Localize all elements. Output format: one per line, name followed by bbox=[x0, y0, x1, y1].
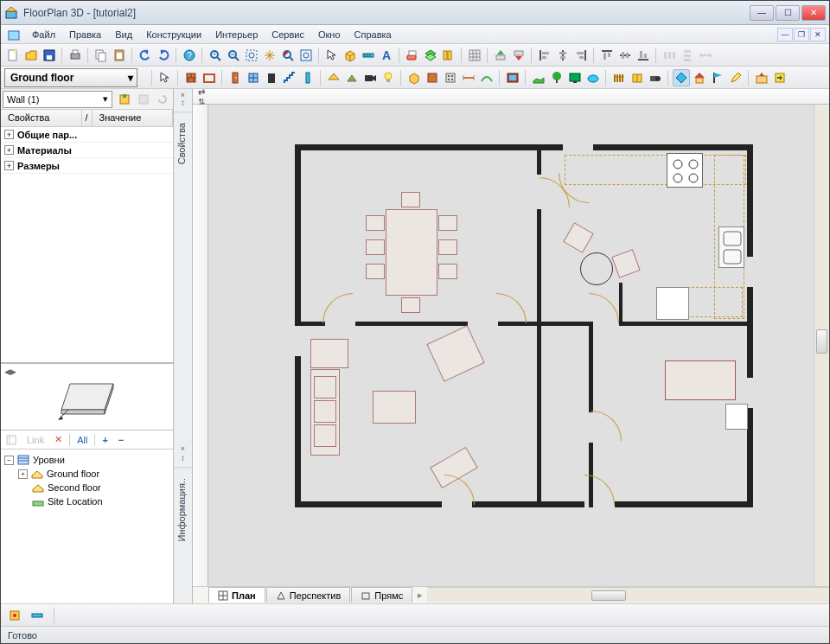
library-button[interactable] bbox=[440, 47, 457, 64]
edit-tool-button[interactable] bbox=[727, 69, 744, 86]
view-tab-plan[interactable]: План bbox=[208, 587, 265, 603]
close-button[interactable]: ✕ bbox=[801, 5, 826, 21]
expand-icon[interactable]: + bbox=[18, 469, 28, 479]
vtab-close-icon[interactable]: × bbox=[174, 89, 192, 98]
drawing-canvas[interactable] bbox=[208, 105, 814, 586]
ruler-horizontal[interactable]: ⇄⇅ bbox=[193, 89, 829, 105]
gate-button[interactable] bbox=[629, 69, 646, 86]
appliance-button[interactable] bbox=[442, 69, 459, 86]
open-file-button[interactable] bbox=[22, 47, 40, 64]
roof-tool-button[interactable] bbox=[325, 69, 342, 86]
vtab-pin-icon[interactable]: ↕ bbox=[174, 98, 192, 112]
copy-button[interactable] bbox=[93, 47, 110, 64]
distribute-space-button[interactable] bbox=[697, 47, 714, 64]
vtab-pin-icon-2[interactable]: ↕ bbox=[174, 453, 192, 467]
tree-root[interactable]: − Уровни bbox=[4, 453, 169, 467]
expand-icon[interactable]: + bbox=[4, 161, 14, 170]
new-file-button[interactable] bbox=[4, 47, 22, 64]
align-top-button[interactable] bbox=[598, 47, 616, 64]
tree-item-second[interactable]: Second floor bbox=[4, 481, 169, 494]
render-button[interactable] bbox=[673, 69, 690, 86]
menu-file[interactable]: Файл bbox=[25, 27, 62, 42]
view-tab-direct[interactable]: Прямс bbox=[351, 587, 412, 603]
scrollbar-horizontal[interactable] bbox=[427, 587, 829, 603]
room-tool-button[interactable] bbox=[201, 69, 218, 86]
zoom-extents-button[interactable] bbox=[279, 47, 297, 64]
fence-button[interactable] bbox=[610, 69, 628, 86]
opening-tool-button[interactable] bbox=[263, 69, 280, 86]
camera-tool-button[interactable] bbox=[361, 69, 379, 86]
doc-close-button[interactable]: ✕ bbox=[810, 28, 826, 41]
export-button[interactable] bbox=[771, 69, 788, 86]
help-button[interactable]: ? bbox=[181, 47, 198, 64]
props-col-value[interactable]: Значение bbox=[93, 110, 174, 126]
distribute-v-button[interactable] bbox=[679, 47, 696, 64]
props-row-general[interactable]: +Общие пар... bbox=[1, 127, 173, 143]
tv-button[interactable] bbox=[566, 69, 584, 86]
zoom-fit-button[interactable] bbox=[297, 47, 315, 64]
terrain-button[interactable] bbox=[530, 69, 547, 86]
house-button[interactable] bbox=[691, 69, 708, 86]
window-tool-button[interactable] bbox=[245, 69, 262, 86]
scrollbar-thumb[interactable] bbox=[816, 329, 827, 354]
doc-minimize-button[interactable]: — bbox=[777, 28, 793, 41]
zoom-out-button[interactable] bbox=[225, 47, 242, 64]
layers-button[interactable] bbox=[422, 47, 439, 64]
expand-icon[interactable]: + bbox=[4, 130, 14, 139]
level-up-button[interactable] bbox=[492, 47, 509, 64]
scrollbar-vertical[interactable] bbox=[814, 105, 829, 586]
picture-button[interactable] bbox=[504, 69, 521, 86]
menu-window[interactable]: Окно bbox=[311, 27, 348, 42]
levels-delete-icon[interactable]: ✕ bbox=[51, 432, 66, 447]
wall-copy-button[interactable] bbox=[135, 91, 152, 108]
doc-restore-button[interactable]: ❐ bbox=[794, 28, 809, 41]
zoom-window-button[interactable] bbox=[243, 47, 260, 64]
props-row-sizes[interactable]: +Размеры bbox=[1, 158, 173, 174]
snap-button[interactable] bbox=[6, 607, 23, 624]
minimize-button[interactable]: — bbox=[750, 5, 774, 21]
print-button[interactable] bbox=[67, 47, 84, 64]
expand-icon[interactable]: + bbox=[4, 145, 14, 155]
save-button[interactable] bbox=[41, 47, 58, 64]
levels-link-label[interactable]: Link bbox=[23, 433, 48, 447]
paste-button[interactable] bbox=[111, 47, 128, 64]
maximize-button[interactable]: ☐ bbox=[776, 5, 800, 21]
align-middle-button[interactable] bbox=[616, 47, 634, 64]
view-tab-perspective[interactable]: Перспектив bbox=[266, 587, 351, 603]
align-bottom-button[interactable] bbox=[635, 47, 652, 64]
wall-reset-button[interactable] bbox=[154, 91, 171, 108]
vtab-close-icon-2[interactable]: × bbox=[174, 444, 192, 453]
menu-service[interactable]: Сервис bbox=[265, 27, 311, 42]
measure-tool-button[interactable] bbox=[360, 47, 377, 64]
pool-button[interactable] bbox=[584, 69, 602, 86]
vtab-info[interactable]: Информация.. bbox=[174, 467, 192, 552]
dimension-button[interactable] bbox=[460, 69, 477, 86]
undo-button[interactable] bbox=[137, 47, 154, 64]
path-button[interactable] bbox=[478, 69, 495, 86]
distribute-h-button[interactable] bbox=[661, 47, 678, 64]
levels-all-button[interactable]: All bbox=[73, 433, 91, 447]
tree-item-site[interactable]: Site Location bbox=[4, 494, 169, 508]
level-down-button[interactable] bbox=[510, 47, 527, 64]
furniture-button[interactable] bbox=[405, 69, 423, 86]
props-row-materials[interactable]: +Материалы bbox=[1, 143, 173, 158]
pointer-button[interactable] bbox=[156, 69, 174, 86]
preview-nav-icon[interactable]: ◀▶ bbox=[4, 367, 16, 376]
scrollbar-thumb-h[interactable] bbox=[591, 590, 626, 601]
column-tool-button[interactable] bbox=[299, 69, 316, 86]
collapse-icon[interactable]: − bbox=[4, 456, 14, 465]
menu-view[interactable]: Вид bbox=[108, 27, 139, 42]
stairs-tool-button[interactable] bbox=[281, 69, 298, 86]
ruler-vertical[interactable] bbox=[193, 105, 208, 586]
delete-button[interactable] bbox=[404, 47, 421, 64]
menu-interior[interactable]: Интерьер bbox=[208, 27, 265, 42]
wizard-button[interactable] bbox=[753, 69, 770, 86]
pan-button[interactable] bbox=[261, 47, 278, 64]
camera2-button[interactable] bbox=[647, 69, 664, 86]
props-col-name[interactable]: Свойства bbox=[1, 110, 82, 126]
wall-select[interactable]: Wall (1) bbox=[3, 91, 112, 108]
grid-button[interactable] bbox=[466, 47, 483, 64]
align-right-button[interactable] bbox=[572, 47, 590, 64]
plant-button[interactable] bbox=[548, 69, 565, 86]
levels-expand-button[interactable]: + bbox=[99, 433, 111, 447]
